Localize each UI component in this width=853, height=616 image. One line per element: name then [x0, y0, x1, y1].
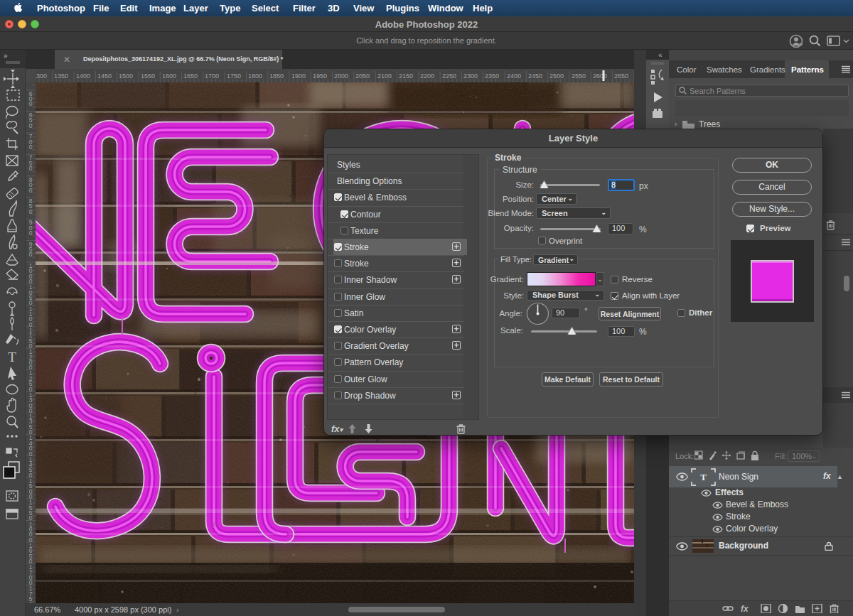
svg-text:2600: 2600 [593, 72, 607, 80]
svg-text:2050: 2050 [355, 72, 370, 80]
svg-text:1500: 1500 [119, 72, 133, 80]
svg-text:1600: 1600 [162, 72, 176, 80]
svg-text:2100: 2100 [377, 72, 392, 80]
svg-text:1250: 1250 [29, 369, 33, 392]
svg-text:900: 900 [29, 219, 33, 237]
svg-text:1900: 1900 [291, 72, 306, 80]
svg-text:1950: 1950 [313, 72, 327, 80]
svg-text:950: 950 [29, 241, 33, 259]
svg-text:2400: 2400 [507, 72, 521, 80]
svg-text:2250: 2250 [442, 72, 456, 80]
svg-text:1750: 1750 [29, 585, 33, 603]
svg-text:700: 700 [29, 133, 33, 151]
svg-text:1600: 1600 [29, 521, 33, 544]
svg-text:1850: 1850 [269, 72, 284, 80]
svg-text:1800: 1800 [248, 72, 262, 80]
svg-text:1650: 1650 [183, 72, 198, 80]
svg-text:1350: 1350 [29, 413, 33, 436]
svg-text:2300: 2300 [463, 72, 478, 80]
svg-text:1400: 1400 [76, 72, 90, 80]
svg-text:1650: 1650 [29, 542, 33, 565]
svg-text:1550: 1550 [141, 72, 155, 80]
svg-text:1350: 1350 [54, 72, 68, 80]
svg-text:1150: 1150 [29, 327, 33, 350]
svg-text:1700: 1700 [205, 72, 219, 80]
svg-text:2350: 2350 [485, 72, 499, 80]
svg-text:1200: 1200 [29, 348, 33, 371]
svg-text:2450: 2450 [528, 72, 542, 80]
svg-text:1000: 1000 [29, 262, 33, 285]
svg-text:1500: 1500 [29, 477, 33, 500]
svg-text:600: 600 [29, 90, 33, 108]
svg-text:1050: 1050 [29, 283, 33, 306]
svg-text:2150: 2150 [399, 72, 413, 80]
svg-text:1700: 1700 [29, 563, 33, 586]
svg-text:1450: 1450 [29, 456, 33, 479]
svg-text:2550: 2550 [572, 72, 586, 80]
svg-text:850: 850 [29, 198, 33, 215]
svg-text:1450: 1450 [97, 72, 112, 80]
svg-text:1400: 1400 [29, 434, 33, 457]
svg-text:650: 650 [29, 112, 33, 129]
svg-text:T: T [700, 472, 707, 482]
svg-text:750: 750 [29, 154, 33, 172]
svg-text:2650: 2650 [614, 72, 628, 80]
svg-text:1550: 1550 [29, 499, 33, 522]
svg-text:1100: 1100 [29, 306, 33, 328]
svg-text:fx: fx [741, 604, 749, 613]
svg-text:2200: 2200 [420, 72, 434, 80]
svg-text:1750: 1750 [227, 72, 241, 80]
svg-text:2000: 2000 [334, 72, 348, 80]
svg-text:T: T [8, 350, 16, 364]
svg-text:800: 800 [29, 176, 33, 194]
svg-text:1300: 1300 [29, 391, 33, 414]
svg-text:2500: 2500 [549, 72, 564, 80]
